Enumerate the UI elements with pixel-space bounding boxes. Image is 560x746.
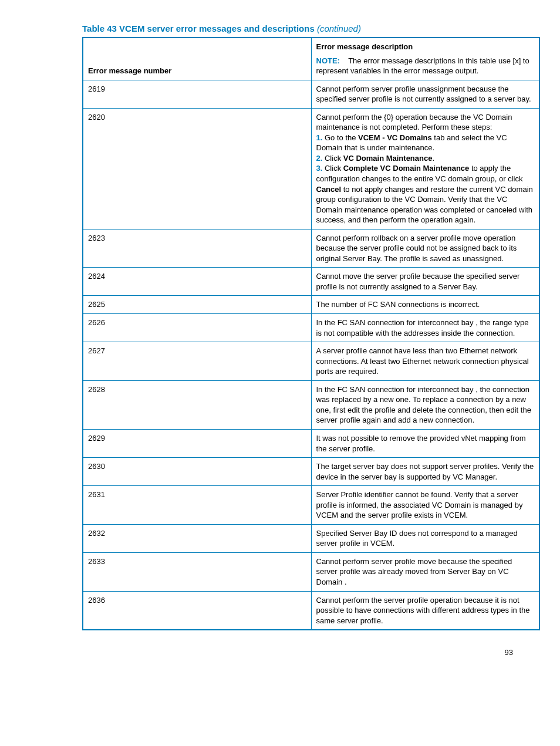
table-row: 2633 Cannot perform server profile move … xyxy=(83,552,539,591)
error-description: The number of FC SAN connections is inco… xyxy=(311,296,539,314)
error-number: 2630 xyxy=(83,458,311,486)
error-table: Error message number Error message descr… xyxy=(82,37,540,630)
error-description: Server Profile identifier cannot be foun… xyxy=(311,486,539,525)
header-error-number: Error message number xyxy=(83,38,311,80)
desc-intro: Cannot perform the {0} operation because… xyxy=(316,113,512,132)
error-description: Cannot perform server profile unassignme… xyxy=(311,80,539,108)
error-description: Cannot move the server profile because t… xyxy=(311,268,539,296)
page-number: 93 xyxy=(23,648,537,657)
table-row: 2631 Server Profile identifier cannot be… xyxy=(83,486,539,525)
error-description: In the FC SAN connection for interconnec… xyxy=(311,380,539,429)
header-error-description: Error message description NOTE: The erro… xyxy=(311,38,539,80)
table-caption: Table 43 VCEM server error messages and … xyxy=(82,23,537,33)
table-row: 2627 A server profile cannot have less t… xyxy=(83,342,539,381)
error-description: Specified Server Bay ID does not corresp… xyxy=(311,524,539,552)
error-number: 2629 xyxy=(83,429,311,457)
caption-continued: (continued) xyxy=(317,23,361,33)
error-number: 2619 xyxy=(83,80,311,108)
list-number: 1. xyxy=(316,133,323,142)
table-row: 2629 It was not possible to remove the p… xyxy=(83,429,539,457)
error-description: Cannot perform rollback on a server prof… xyxy=(311,229,539,268)
step-text: Click VC Domain Maintenance. xyxy=(325,154,434,163)
error-number: 2633 xyxy=(83,552,311,591)
step-text: Click Complete VC Domain Maintenance to … xyxy=(316,164,533,224)
note-text: The error message descriptions in this t… xyxy=(316,56,529,76)
error-description: Cannot perform the {0} operation because… xyxy=(311,108,539,229)
error-number: 2631 xyxy=(83,486,311,525)
error-description: It was not possible to remove the provid… xyxy=(311,429,539,457)
table-row: 2625 The number of FC SAN connections is… xyxy=(83,296,539,314)
table-row: 2628 In the FC SAN connection for interc… xyxy=(83,380,539,429)
error-number: 2632 xyxy=(83,524,311,552)
error-number: 2627 xyxy=(83,342,311,381)
table-row: 2630 The target server bay does not supp… xyxy=(83,458,539,486)
error-description: Cannot perform server profile move becau… xyxy=(311,552,539,591)
list-number: 3. xyxy=(316,164,323,173)
table-row: 2624 Cannot move the server profile beca… xyxy=(83,268,539,296)
list-number: 2. xyxy=(316,154,323,163)
table-row: 2636 Cannot perform the server profile o… xyxy=(83,591,539,630)
error-number: 2625 xyxy=(83,296,311,314)
table-header-row: Error message number Error message descr… xyxy=(83,38,539,80)
error-description: The target server bay does not support s… xyxy=(311,458,539,486)
table-row: 2632 Specified Server Bay ID does not co… xyxy=(83,524,539,552)
note-label: NOTE: xyxy=(316,56,340,65)
table-row: 2619 Cannot perform server profile unass… xyxy=(83,80,539,108)
table-row: 2623 Cannot perform rollback on a server… xyxy=(83,229,539,268)
error-number: 2626 xyxy=(83,314,311,342)
step-text: Go to the VCEM - VC Domains tab and sele… xyxy=(316,133,507,153)
error-number: 2623 xyxy=(83,229,311,268)
table-row: 2620 Cannot perform the {0} operation be… xyxy=(83,108,539,229)
caption-main: Table 43 VCEM server error messages and … xyxy=(82,23,315,33)
header-desc-title: Error message description xyxy=(316,42,535,52)
error-number: 2636 xyxy=(83,591,311,630)
error-description: Cannot perform the server profile operat… xyxy=(311,591,539,630)
error-number: 2628 xyxy=(83,380,311,429)
error-description: In the FC SAN connection for interconnec… xyxy=(311,314,539,342)
table-row: 2626 In the FC SAN connection for interc… xyxy=(83,314,539,342)
error-description: A server profile cannot have less than t… xyxy=(311,342,539,381)
error-number: 2620 xyxy=(83,108,311,229)
error-number: 2624 xyxy=(83,268,311,296)
